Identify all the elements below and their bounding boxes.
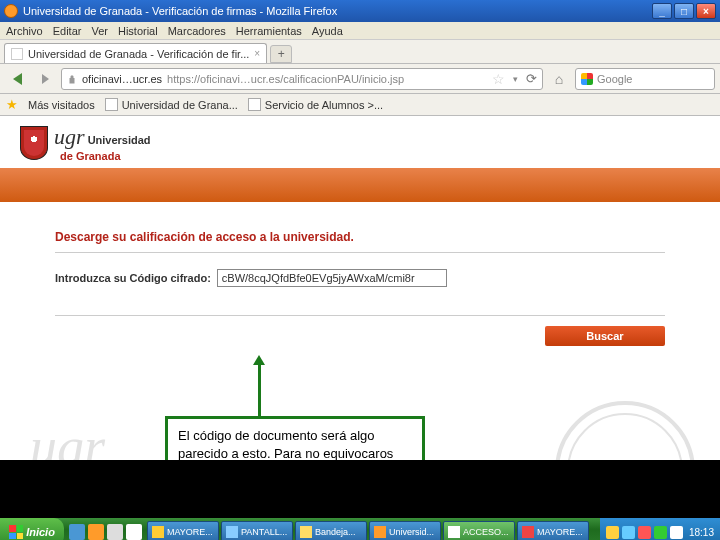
divider [55, 315, 665, 316]
watermark-seal: · 1 5 3 1 · [555, 401, 695, 464]
search-box[interactable]: Google [575, 68, 715, 90]
start-button[interactable]: Inicio [0, 518, 64, 540]
tray-icon[interactable] [622, 526, 635, 539]
window-title: Universidad de Granada - Verificación de… [23, 5, 650, 17]
main-content: Descarge su calificación de acceso a la … [0, 202, 720, 346]
maximize-button[interactable]: □ [674, 3, 694, 19]
menu-herramientas[interactable]: Herramientas [236, 25, 302, 37]
menu-ayuda[interactable]: Ayuda [312, 25, 343, 37]
watermark-ugr: ugr [30, 416, 105, 464]
bookmark-alumnos[interactable]: Servicio de Alumnos >... [248, 98, 383, 111]
brand-text: ugr Universidad de Granada [54, 124, 151, 162]
menu-ver[interactable]: Ver [91, 25, 108, 37]
window-titlebar: Universidad de Granada - Verificación de… [0, 0, 720, 22]
quicklaunch-icon[interactable] [126, 524, 142, 540]
task-label: PANTALL... [241, 527, 287, 537]
quicklaunch-icon[interactable] [107, 524, 123, 540]
task-label: Universid... [389, 527, 434, 537]
tray-icon[interactable] [606, 526, 619, 539]
task-icon [226, 526, 238, 538]
url-display: https://oficinavi…ucr.es/calificacionPAU… [167, 73, 404, 85]
arrow-left-icon [13, 73, 22, 85]
tray-icon[interactable] [638, 526, 651, 539]
taskbar-clock: 18:13 [689, 527, 714, 538]
menu-historial[interactable]: Historial [118, 25, 158, 37]
annotation-box: El código de documento será algo parecid… [165, 416, 425, 464]
task-icon [374, 526, 386, 538]
firefox-icon [4, 4, 18, 18]
taskbar-item[interactable]: ACCESO... [443, 521, 515, 540]
home-button[interactable]: ⌂ [547, 68, 571, 90]
taskbar-item[interactable]: PANTALL... [221, 521, 293, 540]
search-placeholder: Google [597, 73, 632, 85]
minimize-button[interactable]: _ [652, 3, 672, 19]
page-heading: Descarge su calificación de acceso a la … [55, 230, 665, 244]
code-form-row: Introduzca su Código cifrado: [55, 269, 665, 287]
tab-title: Universidad de Granada - Verificación de… [28, 48, 249, 60]
brand-granada: de Granada [54, 150, 151, 162]
divider [55, 252, 665, 253]
brand-header: ugr Universidad de Granada [0, 116, 720, 166]
menu-archivo[interactable]: Archivo [6, 25, 43, 37]
tab-strip: Universidad de Granada - Verificación de… [0, 40, 720, 64]
bookmark-mas-visitados[interactable]: Más visitados [28, 99, 95, 111]
windows-logo-icon [9, 525, 23, 539]
annotation-arrow-icon [258, 364, 261, 416]
task-label: MAYORE... [537, 527, 583, 537]
back-button[interactable] [5, 68, 29, 90]
taskbar-item[interactable]: Bandeja... [295, 521, 367, 540]
brand-ugr: ugr [54, 124, 85, 149]
menu-bar: Archivo Editar Ver Historial Marcadores … [0, 22, 720, 40]
navigation-toolbar: oficinavi…ucr.es https://oficinavirtual.… [0, 64, 720, 94]
tab-active[interactable]: Universidad de Granada - Verificación de… [4, 43, 267, 63]
windows-taskbar: Inicio MAYORE... PANTALL... Bandeja... U… [0, 518, 720, 540]
orange-banner [0, 168, 720, 202]
start-label: Inicio [26, 526, 55, 538]
taskbar-item[interactable]: Universid... [369, 521, 441, 540]
bookmark-label: Servicio de Alumnos >... [265, 99, 383, 111]
tray-icon[interactable] [654, 526, 667, 539]
task-icon [152, 526, 164, 538]
google-icon [581, 73, 593, 85]
task-label: Bandeja... [315, 527, 356, 537]
quick-launch [64, 524, 147, 540]
system-tray: 18:13 [600, 518, 720, 540]
tray-icon[interactable] [670, 526, 683, 539]
bookmarks-bar: ★ Más visitados Universidad de Grana... … [0, 94, 720, 116]
task-label: MAYORE... [167, 527, 213, 537]
bookmark-ugr[interactable]: Universidad de Grana... [105, 98, 238, 111]
task-icon [448, 526, 460, 538]
new-tab-button[interactable]: + [270, 45, 292, 63]
url-host: oficinavi…ucr.es [82, 73, 162, 85]
lock-icon [67, 74, 77, 84]
tab-close-icon[interactable]: × [254, 48, 260, 59]
bookmarks-star-icon: ★ [6, 97, 18, 112]
bookmark-favicon [248, 98, 261, 111]
code-label: Introduzca su Código cifrado: [55, 272, 211, 284]
buscar-button[interactable]: Buscar [545, 326, 665, 346]
menu-editar[interactable]: Editar [53, 25, 82, 37]
address-bar[interactable]: oficinavi…ucr.es https://oficinavirtual.… [61, 68, 543, 90]
task-label: ACCESO... [463, 527, 509, 537]
letterbox [0, 464, 720, 518]
arrow-right-icon [42, 74, 49, 84]
ugr-shield-icon [20, 126, 48, 160]
page-content: ugr Universidad de Granada Descarge su c… [0, 116, 720, 464]
code-input[interactable] [217, 269, 447, 287]
reload-icon[interactable]: ⟳ [526, 71, 537, 86]
tab-favicon [11, 48, 23, 60]
task-icon [300, 526, 312, 538]
quicklaunch-icon[interactable] [88, 524, 104, 540]
task-icon [522, 526, 534, 538]
bookmark-favicon [105, 98, 118, 111]
quicklaunch-icon[interactable] [69, 524, 85, 540]
taskbar-item[interactable]: MAYORE... [517, 521, 589, 540]
taskbar-item[interactable]: MAYORE... [147, 521, 219, 540]
bookmark-label: Más visitados [28, 99, 95, 111]
menu-marcadores[interactable]: Marcadores [168, 25, 226, 37]
brand-universidad: Universidad [88, 134, 151, 146]
bookmark-star-icon[interactable]: ☆ [492, 71, 505, 87]
close-button[interactable]: × [696, 3, 716, 19]
url-dropdown-icon[interactable]: ▾ [513, 74, 518, 84]
forward-button[interactable] [33, 68, 57, 90]
